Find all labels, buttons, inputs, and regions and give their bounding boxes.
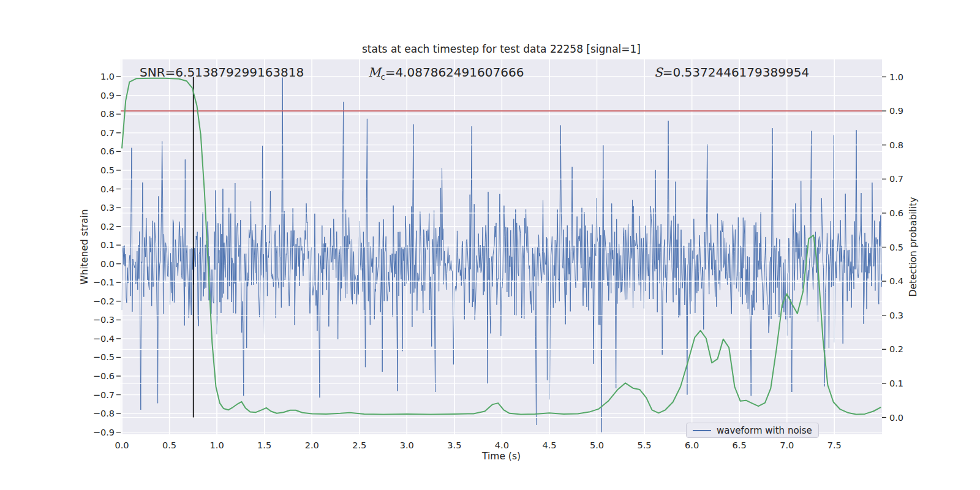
y-right-tick-label: 0.6 — [889, 208, 903, 218]
x-tick-label: 4.0 — [495, 440, 509, 450]
x-tick-label: 2.5 — [352, 440, 366, 450]
y-right-tick-label: 0.8 — [889, 140, 903, 150]
annotation-chirp-mass: Mc=4.087862491607666 — [368, 65, 524, 81]
y-right-tick-label: 0.1 — [889, 379, 903, 388]
x-tick-label: 7.0 — [780, 440, 794, 450]
y-left-tick-label: −0.6 — [93, 371, 115, 381]
y-left-tick-label: −0.7 — [93, 390, 115, 400]
y-right-tick-label: 0.7 — [889, 174, 903, 184]
plot-area — [121, 59, 882, 434]
annotation-snr: SNR=6.513879299163818 — [140, 65, 304, 80]
x-tick-label: 1.5 — [257, 440, 271, 450]
y-left-tick-label: 0.4 — [100, 184, 115, 194]
annotation-chirp-mass-value: =4.087862491607666 — [385, 65, 524, 80]
x-tick-label: 4.5 — [542, 440, 556, 450]
x-tick-label: 1.0 — [210, 440, 224, 450]
y-left-tick-label: −0.8 — [93, 409, 115, 418]
y-right-tick-label: 1.0 — [889, 72, 903, 82]
legend-line-sample — [693, 430, 711, 431]
chart-figure: stats at each timestep for test data 222… — [0, 0, 980, 490]
chart-title: stats at each timestep for test data 222… — [121, 43, 882, 55]
y-left-tick-label: −0.5 — [93, 352, 115, 362]
y-left-tick-label: 0.5 — [100, 165, 115, 175]
x-tick-label: 5.0 — [590, 440, 604, 450]
y-left-tick-label: −0.9 — [93, 428, 115, 437]
y-right-tick-label: 0.4 — [889, 276, 903, 286]
chirp-mass-subscript: c — [380, 72, 385, 81]
x-tick-label: 2.0 — [305, 440, 319, 450]
y-right-tick-label: 0.9 — [889, 106, 903, 116]
y-right-tick-label: 0.5 — [889, 243, 903, 252]
y-left-tick-label: 0.2 — [100, 222, 115, 232]
y-left-tick-label: 1.0 — [100, 72, 115, 81]
x-tick-label: 5.5 — [638, 440, 652, 450]
annotation-statistic: S=0.5372446179389954 — [654, 65, 809, 80]
y-left-tick-label: 0.3 — [100, 203, 115, 213]
y-right-tick-label: 0.3 — [889, 311, 903, 320]
x-tick-label: 6.0 — [685, 440, 699, 450]
y-left-tick-label: 0.6 — [100, 146, 115, 156]
y-left-tick-label: −0.2 — [93, 296, 115, 306]
legend-label: waveform with noise — [717, 425, 812, 436]
x-tick-label: 6.5 — [733, 440, 747, 450]
y-axis-right-label: Detection probability — [908, 197, 919, 297]
statistic-symbol: S — [654, 65, 663, 80]
legend: waveform with noise — [686, 423, 819, 438]
y-left-tick-label: 0.1 — [100, 240, 115, 250]
chirp-mass-symbol: M — [368, 65, 380, 80]
y-left-tick-label: 0.8 — [100, 109, 115, 119]
x-tick-label: 0.5 — [162, 440, 176, 450]
y-left-tick-label: 0.7 — [100, 128, 115, 138]
y-left-tick-label: −0.3 — [93, 315, 115, 325]
y-left-tick-label: 0.9 — [100, 91, 115, 100]
x-tick-label: 0.0 — [115, 440, 129, 450]
y-left-tick-label: 0.0 — [100, 259, 115, 269]
x-tick-label: 7.5 — [827, 440, 842, 450]
y-right-tick-label: 0.2 — [889, 344, 903, 354]
x-tick-label: 3.0 — [400, 440, 414, 450]
y-axis-left-label: Whitened strain — [79, 209, 90, 284]
y-left-tick-label: −0.1 — [93, 277, 115, 287]
annotation-statistic-value: =0.5372446179389954 — [663, 65, 809, 80]
y-right-tick-label: 0.0 — [889, 413, 903, 423]
y-left-tick-label: −0.4 — [93, 334, 115, 344]
x-tick-label: 3.5 — [447, 440, 461, 450]
x-axis-label: Time (s) — [121, 451, 882, 462]
annotation-snr-text: SNR=6.513879299163818 — [140, 65, 304, 80]
